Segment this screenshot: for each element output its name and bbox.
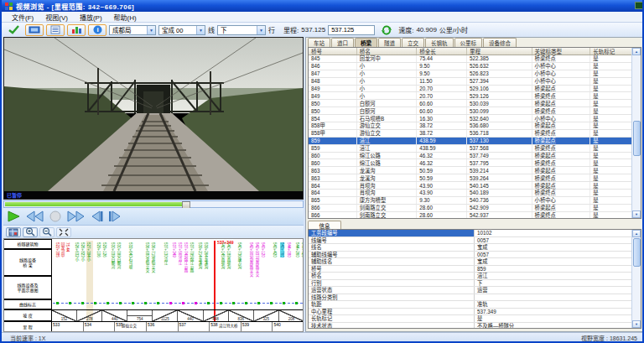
tab-桥梁[interactable]: 桥梁 bbox=[355, 38, 377, 47]
table-row[interactable]: 850白额河60.60530.039桥梁起点是 bbox=[309, 100, 631, 107]
info-tab[interactable]: 信息 bbox=[308, 221, 341, 229]
table-cell: 539.264 bbox=[467, 174, 532, 181]
fit-view-button[interactable] bbox=[56, 227, 71, 237]
table-row[interactable]: 846小9.50526.632小桥中心是 bbox=[309, 63, 631, 70]
info-row[interactable]: 工务段编号10102 bbox=[309, 230, 631, 237]
info-row[interactable]: 技术状态不及格—桥隧分 bbox=[309, 323, 631, 329]
column-header[interactable]: 关键标类型 bbox=[532, 48, 591, 55]
feature-label: 回龙河中 bbox=[60, 242, 65, 257]
table-row[interactable]: 858甲游仙立交38.72536.680桥梁起点是 bbox=[309, 122, 631, 130]
tab-长钢轨[interactable]: 长钢轨 bbox=[425, 38, 454, 47]
tab-设备综合[interactable]: 设备综合 bbox=[483, 38, 517, 47]
table-row[interactable]: 854石马坝槽B16.30532.640小桥中心是 bbox=[309, 115, 631, 122]
tab-隧道[interactable]: 隧道 bbox=[378, 38, 401, 47]
table-row[interactable]: 860绵江公路46.32537.795桥梁终点是 bbox=[309, 159, 631, 167]
table-row[interactable]: 859涪江438.59537.568桥梁终点是 bbox=[309, 145, 631, 153]
list-view-button[interactable] bbox=[46, 24, 65, 36]
table-row[interactable]: 864肖坝沟43.90540.189桥梁终点是 bbox=[309, 190, 631, 197]
table-cell: 537.795 bbox=[467, 159, 532, 166]
seek-bar[interactable] bbox=[3, 200, 304, 208]
column-header[interactable]: 长轨标记 bbox=[590, 48, 631, 55]
info-row[interactable]: 轨距准轨 bbox=[309, 301, 631, 309]
info-row[interactable]: 行别下 bbox=[309, 280, 631, 288]
info-row[interactable]: 中心里程537.349 bbox=[309, 309, 631, 316]
chart-view-button[interactable] bbox=[67, 24, 86, 36]
table-row[interactable]: 858甲游仙立交38.72536.718桥梁终点是 bbox=[309, 130, 631, 138]
table-cell: 桥梁终点 bbox=[532, 174, 591, 181]
info-button[interactable]: i bbox=[88, 24, 106, 36]
feature-label: 537+795绵江公路 bbox=[190, 242, 194, 273]
play-button[interactable] bbox=[7, 209, 21, 224]
table-row[interactable]: 863龙溪沟50.59539.264桥梁终点是 bbox=[309, 174, 631, 182]
column-header[interactable]: 桥名 bbox=[357, 48, 418, 55]
table-row[interactable]: 850白额河60.60530.099桥梁终点是 bbox=[309, 107, 631, 115]
column-header[interactable]: 桥号 bbox=[309, 48, 357, 55]
scroll-up-icon[interactable]: ▲ bbox=[632, 230, 641, 237]
confirm-button[interactable] bbox=[4, 24, 23, 36]
info-row[interactable]: 长轨标记是 bbox=[309, 315, 631, 323]
title-bar[interactable]: 视频浏览 - [里程范围: 342~669.706] bbox=[2, 0, 644, 12]
info-row[interactable]: 线编号0057 bbox=[309, 237, 631, 245]
bureau-select[interactable]: 成都局 ▼ bbox=[109, 25, 156, 35]
info-row[interactable]: 辅助线编号0057 bbox=[309, 252, 631, 259]
table-row[interactable]: 866剑南路立交28.60542.909桥梁起点是 bbox=[309, 205, 631, 212]
mileage-input[interactable]: 537.125 bbox=[328, 25, 375, 35]
tab-立交[interactable]: 立交 bbox=[402, 38, 424, 47]
refresh-button[interactable] bbox=[377, 24, 396, 36]
table-row[interactable]: 848小11.50527.394小桥中心是 bbox=[309, 78, 631, 86]
table-cell: 是 bbox=[590, 63, 631, 70]
track-diagram[interactable]: 桥隧建筑物线路设备桥 梁线路设备及平面示意图曲线标志坡 度里 程 522+385… bbox=[3, 238, 304, 332]
scroll-down-icon[interactable]: ▼ bbox=[632, 320, 641, 328]
scroll-thumb[interactable] bbox=[633, 121, 641, 156]
layers-button[interactable] bbox=[6, 227, 21, 237]
info-scrollbar[interactable]: ▲ ▼ bbox=[631, 230, 641, 328]
scroll-down-icon[interactable]: ▼ bbox=[632, 210, 641, 218]
svg-text:i: i bbox=[96, 26, 98, 34]
table-row[interactable]: 845回龙河中75.44522.385桥梁终点是 bbox=[309, 55, 631, 63]
table-row[interactable]: 864肖坝沟43.90540.145桥梁起点是 bbox=[309, 182, 631, 190]
tab-车站[interactable]: 车站 bbox=[308, 38, 330, 47]
tab-公里标[interactable]: 公里标 bbox=[454, 38, 483, 47]
menu-item[interactable]: 文件(F) bbox=[7, 13, 39, 22]
menu-item[interactable]: 帮助(H) bbox=[109, 13, 142, 22]
table-cell: 38.72 bbox=[417, 130, 467, 137]
tab-道口[interactable]: 道口 bbox=[331, 38, 354, 47]
table-row[interactable]: 860绵江公路46.32537.749桥梁起点是 bbox=[309, 153, 631, 160]
table-row[interactable]: 849小20.70529.106桥梁起点是 bbox=[309, 86, 631, 93]
table-row[interactable]: 849小20.70529.126桥梁终点是 bbox=[309, 92, 631, 100]
info-row[interactable]: 运营状态运营 bbox=[309, 287, 631, 294]
step-forward-button[interactable] bbox=[108, 209, 122, 224]
play-icon bbox=[7, 210, 21, 222]
menu-item[interactable]: 视图(V) bbox=[40, 13, 73, 22]
info-row[interactable]: 线路分类别 bbox=[309, 294, 631, 302]
info-row[interactable]: 线名宝成 bbox=[309, 244, 631, 252]
column-header[interactable]: 里程 bbox=[467, 48, 532, 55]
table-row[interactable]: 847小9.50526.823小桥中心是 bbox=[309, 70, 631, 78]
info-row[interactable]: 桥名涪江 bbox=[309, 273, 631, 280]
table-row[interactable]: 859涪江438.59537.130桥梁起点是 bbox=[309, 138, 631, 145]
info-value: 537.349 bbox=[475, 309, 631, 315]
column-header[interactable]: 桥全长 bbox=[417, 48, 467, 55]
table-cell: 530.099 bbox=[467, 107, 532, 114]
info-row[interactable]: 桥号859 bbox=[309, 266, 631, 273]
direction-select[interactable]: 下 ▼ bbox=[217, 25, 266, 35]
zoom-in-button[interactable] bbox=[23, 227, 38, 237]
titlebar-corner-button[interactable] bbox=[635, 2, 643, 9]
info-value: 不及格—桥隧分 bbox=[475, 323, 631, 329]
step-back-button[interactable] bbox=[90, 209, 103, 224]
table-row[interactable]: 865康方沟槽型9.30540.736小桥中心是 bbox=[309, 197, 631, 205]
table-row[interactable]: 866剑南路立交28.60542.937桥梁终点是 bbox=[309, 212, 631, 218]
menu-item[interactable]: 播放(P) bbox=[75, 13, 107, 22]
video-view-button[interactable] bbox=[25, 24, 44, 36]
scroll-thumb[interactable] bbox=[633, 238, 641, 267]
video-panel[interactable]: 已暂停 bbox=[3, 37, 304, 200]
table-row[interactable]: 863龙溪沟50.59539.214桥梁起点是 bbox=[309, 167, 631, 174]
line-select[interactable]: 宝成 00 ▼ bbox=[158, 25, 205, 35]
rewind-button[interactable] bbox=[26, 209, 44, 224]
info-row[interactable]: 辅助线名宝成 bbox=[309, 258, 631, 266]
table-scrollbar[interactable]: ▲ ▼ bbox=[631, 48, 641, 218]
zoom-out-button[interactable] bbox=[39, 227, 55, 237]
stop-button[interactable] bbox=[49, 209, 61, 224]
scroll-up-icon[interactable]: ▲ bbox=[632, 48, 641, 55]
fast-forward-button[interactable] bbox=[66, 209, 85, 224]
